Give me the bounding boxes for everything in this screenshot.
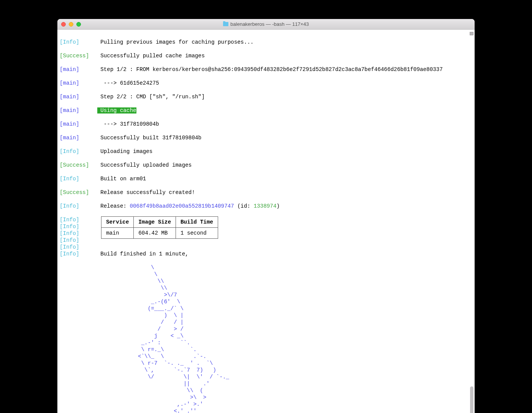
line-step2: Step 2/2 : CMD ["sh", "/run.sh"] xyxy=(100,94,205,100)
th-service: Service xyxy=(101,217,134,228)
line-pulled: Successfully pulled cache images xyxy=(100,53,205,59)
tag-main: [main] xyxy=(60,80,79,86)
td-image-size: 604.42 MB xyxy=(134,228,176,239)
scroll-thumb[interactable] xyxy=(470,386,473,413)
window-title-text: balenakerberos — -bash — 117×43 xyxy=(230,21,309,27)
titlebar[interactable]: balenakerberos — -bash — 117×43 xyxy=(57,19,475,30)
line-relcreated: Release successfully created! xyxy=(100,189,195,195)
line-usingcache: Using cache xyxy=(97,107,136,113)
tag-success: [Success] xyxy=(60,53,89,59)
tag-info: [Info] xyxy=(60,176,79,182)
build-table: ServiceImage SizeBuild Time main604.42 M… xyxy=(101,216,218,239)
ascii-art-unicorn: \ \ \\ \\ >\/7 _.-(6' \ xyxy=(60,265,229,413)
th-image-size: Image Size xyxy=(134,217,176,228)
tag-info: [Info] xyxy=(60,39,79,45)
line-pulling: Pulling previous images for caching purp… xyxy=(100,39,253,45)
minimize-icon[interactable] xyxy=(69,22,73,27)
terminal-body[interactable]: [Info] Pulling previous images for cachi… xyxy=(57,30,475,413)
td-service: main xyxy=(101,228,134,239)
release-end: ) xyxy=(276,203,280,209)
release-hash: 0068f49b8aad02e00a552819b1409747 xyxy=(130,203,234,209)
tag-main: [main] xyxy=(60,66,79,73)
tag-success: [Success] xyxy=(60,189,89,195)
line-uploaded: Successfully uploaded images xyxy=(100,162,192,168)
th-build-time: Build Time xyxy=(176,217,218,228)
tag-info: [Info] xyxy=(60,148,79,154)
tag-main: [main] xyxy=(60,121,79,127)
line-release-prefix: Release: xyxy=(100,203,130,209)
release-mid: (id: xyxy=(234,203,253,209)
maximize-icon[interactable] xyxy=(76,22,81,27)
tag-main: [main] xyxy=(60,107,79,113)
td-build-time: 1 second xyxy=(176,228,218,239)
window-title: balenakerberos — -bash — 117×43 xyxy=(57,21,475,27)
line-uploading: Uploading images xyxy=(100,148,152,154)
folder-icon xyxy=(223,22,228,26)
scrollbar[interactable] xyxy=(468,32,473,413)
table-info-tags: [Info] [Info] [Info] [Info] [Info] xyxy=(60,216,94,251)
traffic-lights xyxy=(57,22,81,27)
terminal-window: balenakerberos — -bash — 117×43 [Info] P… xyxy=(57,19,475,413)
close-icon[interactable] xyxy=(61,22,66,27)
tag-success: [Success] xyxy=(60,162,89,168)
line-built: Successfully built 31f78109804b xyxy=(100,135,201,141)
tag-info: [Info] xyxy=(60,251,79,257)
scroll-marker-icon[interactable] xyxy=(470,32,473,35)
line-step1: Step 1/2 : FROM kerberos/kerberos@sha256… xyxy=(100,66,443,73)
line-arrow1: ---> 61d615e24275 xyxy=(100,80,159,86)
tag-main: [main] xyxy=(60,135,79,141)
release-id: 1338974 xyxy=(253,203,276,209)
tag-info: [Info] xyxy=(60,203,79,209)
line-builton: Built on arm01 xyxy=(100,176,146,182)
tag-main: [main] xyxy=(60,94,79,100)
line-finish: Build finished in 1 minute, xyxy=(100,251,188,257)
line-arrow2: ---> 31f78109804b xyxy=(100,121,159,127)
